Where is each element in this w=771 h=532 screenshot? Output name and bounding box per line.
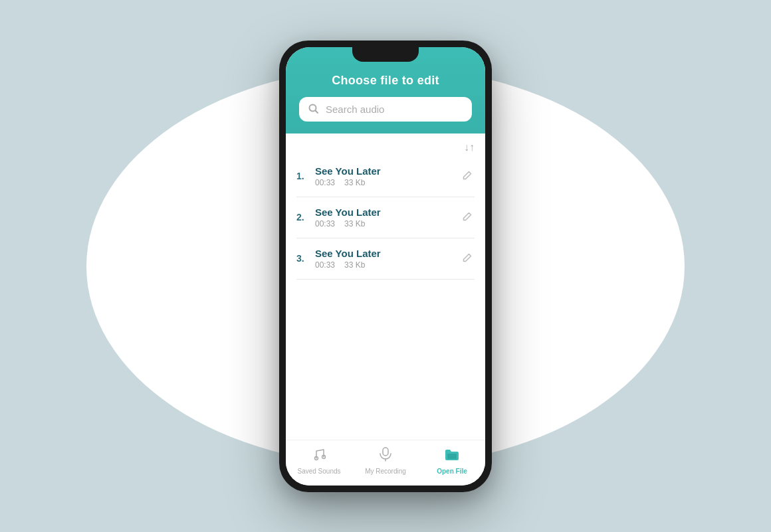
item-duration: 00:33 [315,260,335,270]
phone-notch [352,47,419,62]
sort-icon[interactable]: ↓↑ [464,141,475,153]
bottom-nav: Saved Sounds My Recording [286,440,485,486]
nav-item-open-file[interactable]: Open File [419,447,485,475]
item-number: 3. [296,253,308,264]
phone-screen: Choose file to edit Search audio ↓↑ [286,47,485,486]
music-note-icon [312,447,326,465]
nav-label-open-file: Open File [437,468,467,475]
item-meta: 00:33 33 Kb [315,219,453,228]
item-number: 1. [296,171,308,181]
edit-icon[interactable] [460,250,475,267]
svg-rect-4 [383,448,388,456]
item-meta: 00:33 33 Kb [315,178,453,187]
item-duration: 00:33 [315,219,335,228]
item-info: See You Later 00:33 33 Kb [315,207,453,228]
nav-item-saved-sounds[interactable]: Saved Sounds [286,447,352,475]
item-number: 2. [296,212,308,222]
item-duration: 00:33 [315,178,335,187]
item-name: See You Later [315,207,453,218]
search-bar[interactable]: Search audio [299,97,472,122]
list-item[interactable]: 1. See You Later 00:33 33 Kb [296,156,475,197]
sort-row: ↓↑ [286,133,485,156]
item-name: See You Later [315,165,453,177]
item-size: 33 Kb [344,219,365,228]
item-meta: 00:33 33 Kb [315,260,453,270]
svg-line-1 [316,111,318,114]
search-icon [308,104,319,114]
item-size: 33 Kb [344,260,365,270]
nav-label-my-recording: My Recording [365,468,406,475]
content-area: ↓↑ 1. See You Later 00:33 33 Kb [286,133,485,440]
search-input[interactable]: Search audio [326,104,463,115]
item-info: See You Later 00:33 33 Kb [315,165,453,187]
item-info: See You Later 00:33 33 Kb [315,248,453,270]
list-item[interactable]: 3. See You Later 00:33 33 Kb [296,238,475,280]
item-size: 33 Kb [344,178,365,187]
edit-icon[interactable] [460,209,475,226]
item-name: See You Later [315,248,453,259]
audio-list: 1. See You Later 00:33 33 Kb [286,156,485,440]
nav-item-my-recording[interactable]: My Recording [352,447,419,475]
svg-rect-6 [447,454,457,459]
nav-label-saved-sounds: Saved Sounds [297,468,340,475]
folder-icon [444,447,460,465]
phone-wrapper: Choose file to edit Search audio ↓↑ [279,41,492,492]
page-title: Choose file to edit [332,74,439,88]
list-item[interactable]: 2. See You Later 00:33 33 Kb [296,197,475,238]
microphone-icon [379,447,392,465]
phone-frame: Choose file to edit Search audio ↓↑ [279,41,492,492]
edit-icon[interactable] [460,168,475,185]
